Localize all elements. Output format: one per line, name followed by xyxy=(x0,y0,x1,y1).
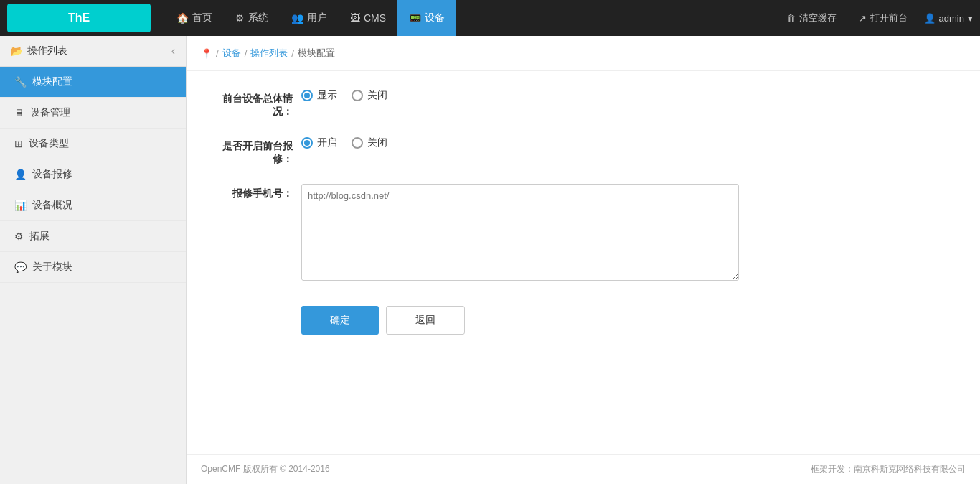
radio-hide-circle xyxy=(352,90,363,101)
nav-right: 🗑 清空缓存 ↗ 打开前台 👤 admin ▾ xyxy=(781,8,973,28)
radio-open-label: 开启 xyxy=(317,136,337,149)
radio-show[interactable]: 显示 xyxy=(301,89,337,102)
chevron-down-icon: ▾ xyxy=(968,13,973,24)
sidebar: 📂 操作列表 ‹ 🔧 模块配置 🖥 设备管理 ⊞ 设备类型 👤 设备报修 xyxy=(0,36,187,484)
sidebar-collapse-button[interactable]: ‹ xyxy=(171,45,175,57)
nav-cms-label: CMS xyxy=(364,12,386,24)
breadcrumb-device[interactable]: 设备 xyxy=(222,47,241,60)
sidebar-item-device-repair-label: 设备报修 xyxy=(32,168,72,181)
radio-hide-label: 关闭 xyxy=(367,89,387,102)
sidebar-item-device-type-label: 设备类型 xyxy=(29,137,69,150)
cancel-button[interactable]: 返回 xyxy=(386,306,465,335)
radio-open[interactable]: 开启 xyxy=(301,136,337,149)
radio-close[interactable]: 关闭 xyxy=(352,136,387,149)
field-repair-enable-options: 开启 关闭 xyxy=(301,136,387,149)
user-icon: 👥 xyxy=(291,12,303,24)
nav-user[interactable]: 👥 用户 xyxy=(280,0,339,36)
device-icon: 📟 xyxy=(409,12,421,24)
nav-cms[interactable]: 🖼 CMS xyxy=(339,0,397,36)
logo-text: ThE xyxy=(68,11,90,24)
nav-home[interactable]: 🏠 首页 xyxy=(165,0,224,36)
external-link-icon: ↗ xyxy=(859,13,867,24)
open-frontend-button[interactable]: ↗ 打开前台 xyxy=(853,8,913,28)
form-area: 前台设备总体情况： 显示 关闭 是否开启前台报修： xyxy=(187,71,980,454)
field-repair-phone: 报修手机号： xyxy=(208,184,958,281)
field-device-display: 前台设备总体情况： 显示 关闭 xyxy=(208,89,958,118)
sidebar-item-device-repair[interactable]: 👤 设备报修 xyxy=(0,159,186,190)
admin-icon: 👤 xyxy=(924,13,936,24)
sidebar-item-about-module-label: 关于模块 xyxy=(32,261,72,274)
gear-icon: ⚙ xyxy=(14,231,24,242)
footer: OpenCMF 版权所有 © 2014-2016 框架开发：南京科斯克网络科技有… xyxy=(187,454,980,484)
confirm-button[interactable]: 确定 xyxy=(301,306,379,335)
main-content: 📍 / 设备 / 操作列表 / 模块配置 前台设备总体情况： 显示 xyxy=(187,36,980,484)
field-device-display-label: 前台设备总体情况： xyxy=(208,89,301,118)
sidebar-item-device-overview-label: 设备概况 xyxy=(32,199,72,212)
breadcrumb: 📍 / 设备 / 操作列表 / 模块配置 xyxy=(187,36,980,71)
top-nav: ThE 🏠 首页 ⚙ 系统 👥 用户 🖼 CMS 📟 设备 🗑 清空缓存 ↗ xyxy=(0,0,980,36)
sidebar-item-module-config[interactable]: 🔧 模块配置 xyxy=(0,67,186,98)
radio-hide[interactable]: 关闭 xyxy=(352,89,387,102)
sidebar-title: 操作列表 xyxy=(27,45,67,57)
comment-icon: 💬 xyxy=(14,261,27,273)
footer-left: OpenCMF 版权所有 © 2014-2016 xyxy=(201,463,330,475)
folder-icon: 📂 xyxy=(11,45,23,57)
field-device-display-options: 显示 关闭 xyxy=(301,89,387,102)
sidebar-item-about-module[interactable]: 💬 关于模块 xyxy=(0,252,186,283)
nav-home-label: 首页 xyxy=(192,11,212,24)
system-icon: ⚙ xyxy=(235,12,245,24)
radio-open-circle xyxy=(301,137,313,149)
breadcrumb-icon: 📍 xyxy=(201,48,212,59)
open-frontend-label: 打开前台 xyxy=(870,11,908,24)
chart-icon: 📊 xyxy=(14,200,27,211)
radio-close-label: 关闭 xyxy=(367,136,387,149)
sidebar-item-device-overview[interactable]: 📊 设备概况 xyxy=(0,190,186,221)
button-row: 确定 返回 xyxy=(301,299,958,342)
cms-icon: 🖼 xyxy=(350,12,360,24)
radio-close-circle xyxy=(352,137,363,149)
sidebar-item-device-management[interactable]: 🖥 设备管理 xyxy=(0,98,186,129)
field-repair-enable-label: 是否开启前台报修： xyxy=(208,136,301,166)
field-repair-enable: 是否开启前台报修： 开启 关闭 xyxy=(208,136,958,166)
radio-show-circle xyxy=(301,90,313,101)
nav-system[interactable]: ⚙ 系统 xyxy=(224,0,280,36)
admin-label: admin xyxy=(939,13,964,24)
sidebar-item-device-type[interactable]: ⊞ 设备类型 xyxy=(0,129,186,159)
sidebar-item-extend-label: 拓展 xyxy=(29,230,50,243)
repair-phone-textarea[interactable] xyxy=(301,184,739,281)
nav-device-label: 设备 xyxy=(425,11,445,24)
trash-icon: 🗑 xyxy=(786,13,796,24)
sidebar-title-group: 📂 操作列表 xyxy=(11,45,67,57)
clear-cache-label: 清空缓存 xyxy=(799,11,837,24)
logo: ThE xyxy=(7,4,151,32)
nav-user-label: 用户 xyxy=(307,11,327,24)
sidebar-item-module-config-label: 模块配置 xyxy=(32,75,72,88)
sidebar-item-device-management-label: 设备管理 xyxy=(30,106,70,119)
sidebar-header: 📂 操作列表 ‹ xyxy=(0,36,186,67)
sidebar-menu: 🔧 模块配置 🖥 设备管理 ⊞ 设备类型 👤 设备报修 📊 设备概况 ⚙ 拓 xyxy=(0,67,186,283)
admin-button[interactable]: 👤 admin ▾ xyxy=(924,13,973,24)
nav-items: 🏠 首页 ⚙ 系统 👥 用户 🖼 CMS 📟 设备 xyxy=(165,0,781,36)
sidebar-item-extend[interactable]: ⚙ 拓展 xyxy=(0,221,186,252)
person-icon: 👤 xyxy=(14,169,27,180)
nav-system-label: 系统 xyxy=(248,11,268,24)
clear-cache-button[interactable]: 🗑 清空缓存 xyxy=(781,8,842,28)
breadcrumb-current: 模块配置 xyxy=(298,47,335,60)
grid-icon: ⊞ xyxy=(14,138,23,149)
breadcrumb-operation-list[interactable]: 操作列表 xyxy=(250,47,288,60)
home-icon: 🏠 xyxy=(176,12,189,24)
wrench-icon: 🔧 xyxy=(14,76,27,88)
nav-device[interactable]: 📟 设备 xyxy=(397,0,456,36)
footer-right: 框架开发：南京科斯克网络科技有限公司 xyxy=(811,463,966,475)
field-repair-phone-label: 报修手机号： xyxy=(208,184,301,200)
monitor-icon: 🖥 xyxy=(14,107,24,118)
radio-show-label: 显示 xyxy=(317,89,337,102)
layout: 📂 操作列表 ‹ 🔧 模块配置 🖥 设备管理 ⊞ 设备类型 👤 设备报修 xyxy=(0,36,980,484)
